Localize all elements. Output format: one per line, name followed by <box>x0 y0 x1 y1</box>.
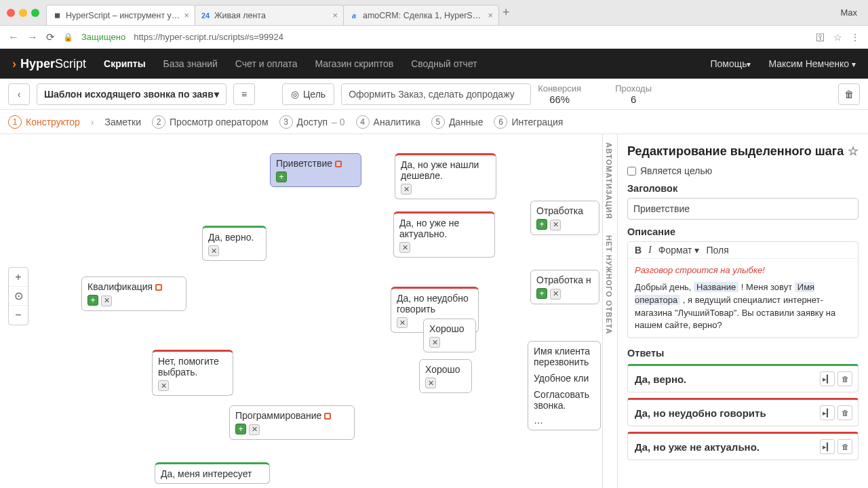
zoom-reset-icon[interactable]: ⊙ <box>9 287 28 306</box>
star-icon[interactable]: ☆ <box>848 144 859 159</box>
remove-icon[interactable]: ✕ <box>429 337 440 348</box>
node-programming[interactable]: Программирование +✕ <box>229 405 355 440</box>
nav-report[interactable]: Сводный отчет <box>411 58 477 69</box>
window-controls[interactable] <box>7 9 39 17</box>
nav-scripts[interactable]: Скрипты <box>104 58 146 69</box>
close-icon[interactable]: × <box>332 10 338 20</box>
hamburger-button[interactable]: ≡ <box>233 83 255 105</box>
remove-icon[interactable]: ✕ <box>101 296 112 306</box>
tab-access[interactable]: 3Доступ – 0 <box>279 115 345 129</box>
back-button[interactable]: ‹ <box>8 83 30 105</box>
target-icon: ◎ <box>291 89 299 100</box>
reload-icon[interactable]: ⟳ <box>46 31 55 43</box>
node-yes-correct[interactable]: Да, верно. ✕ <box>202 226 267 261</box>
node-label: Программирование <box>235 410 321 421</box>
nav-billing[interactable]: Счет и оплата <box>235 58 298 69</box>
node-greeting[interactable]: Приветствие + <box>270 153 361 187</box>
forward-icon[interactable]: → <box>27 31 38 43</box>
template-select[interactable]: Шаблон исходящего звонка по заяв▾ <box>37 83 226 105</box>
answer-row[interactable]: Да, но уже не актуально.▸▎🗑 <box>627 432 859 460</box>
browser-tab[interactable]: ◼HyperScript – инструмент у…× <box>46 5 195 25</box>
rtb-content[interactable]: Разговор строится на улыбке! Добрый день… <box>628 259 858 338</box>
menu-icon[interactable]: ⋮ <box>850 32 860 43</box>
remove-icon[interactable]: ✕ <box>158 380 169 391</box>
canvas[interactable]: + ⊙ − Приветствие + Да, но уже нашли деш… <box>0 134 868 488</box>
remove-icon[interactable]: ✕ <box>399 242 410 253</box>
remove-icon[interactable]: ✕ <box>249 424 260 435</box>
url-text[interactable]: https://hyper-script.ru/scripts#s=99924 <box>134 32 808 42</box>
rich-text-editor[interactable]: B I Формат ▾ Поля Разговор строится на у… <box>627 241 859 338</box>
tab-analytics[interactable]: 4Аналитика <box>356 115 420 129</box>
panel-title: Редактирование выделенного шага☆ <box>627 144 859 159</box>
node-ok1[interactable]: Хорошо ✕ <box>423 319 476 352</box>
node-clip[interactable]: Имя клиента перезвонить Удобное кли Согл… <box>528 341 601 430</box>
move-icon[interactable]: ▸▎ <box>820 439 835 454</box>
remove-icon[interactable]: ✕ <box>550 220 561 230</box>
trash-icon[interactable]: 🗑 <box>837 439 852 454</box>
vtab-automation[interactable]: АВТОМАТИЗАЦИЯ <box>603 134 615 227</box>
move-icon[interactable]: ▸▎ <box>820 405 835 420</box>
node-rebuttal2[interactable]: Отработка н +✕ <box>530 270 599 304</box>
tab-data[interactable]: 5Данные <box>431 115 484 129</box>
bookmark-icon[interactable]: ☆ <box>833 32 842 43</box>
vertical-tabs[interactable]: АВТОМАТИЗАЦИЯ НЕТ НУЖНОГО ОТВЕТА <box>602 134 617 488</box>
node-help-choose[interactable]: Нет, помогите выбрать. ✕ <box>152 350 233 396</box>
goal-button[interactable]: ◎Цель <box>282 83 334 105</box>
new-tab-button[interactable]: + <box>502 5 510 20</box>
move-icon[interactable]: ▸▎ <box>820 371 835 386</box>
answer-row[interactable]: Да, верно.▸▎🗑 <box>627 364 859 392</box>
node-ok2[interactable]: Хорошо ✕ <box>419 359 472 393</box>
browser-profile[interactable]: Max <box>840 7 863 18</box>
nav-store[interactable]: Магазин скриптов <box>315 58 393 69</box>
bold-button[interactable]: B <box>635 245 642 256</box>
tab-constructor[interactable]: 1Конструктор <box>8 115 80 129</box>
help-menu[interactable]: Помощь▾ <box>710 58 751 69</box>
key-icon[interactable]: ⚿ <box>816 32 825 43</box>
browser-tab[interactable]: 24Живая лента× <box>195 5 344 25</box>
node-qualification[interactable]: Квалификация +✕ <box>81 277 186 311</box>
format-menu[interactable]: Формат ▾ <box>658 245 700 256</box>
tab-preview[interactable]: 2Просмотр оператором <box>152 115 268 129</box>
lock-icon: 🔒 <box>63 33 73 42</box>
add-icon[interactable]: + <box>536 219 547 230</box>
remove-icon[interactable]: ✕ <box>550 289 561 300</box>
fields-menu[interactable]: Поля <box>706 245 728 256</box>
node-interested[interactable]: Да, меня интересует <box>155 462 270 484</box>
inspector-panel: Редактирование выделенного шага☆ Являетс… <box>617 134 868 488</box>
logo[interactable]: ›HyperScript <box>12 57 86 71</box>
remove-icon[interactable]: ✕ <box>425 378 436 388</box>
user-menu[interactable]: Максим Немченко ▾ <box>768 58 856 69</box>
italic-button[interactable]: I <box>648 245 652 256</box>
answer-text: Да, но неудобно говорить <box>635 407 820 419</box>
tab-notes[interactable]: Заметки <box>105 117 142 127</box>
add-icon[interactable]: + <box>235 424 246 434</box>
node-not-relevant[interactable]: Да, но уже не актуально. ✕ <box>393 211 495 258</box>
close-icon[interactable]: × <box>184 10 189 20</box>
add-icon[interactable]: + <box>536 288 547 299</box>
merge-tag[interactable]: Название <box>694 282 738 292</box>
answer-text: Да, но уже не актуально. <box>635 441 820 453</box>
browser-tab[interactable]: aamoCRM: Сделка 1, HyperSc…× <box>343 5 499 25</box>
remove-icon[interactable]: ✕ <box>208 245 219 256</box>
nav-kb[interactable]: База знаний <box>163 58 218 69</box>
remove-icon[interactable]: ✕ <box>401 184 412 195</box>
answer-row[interactable]: Да, но неудобно говорить▸▎🗑 <box>627 398 859 426</box>
zoom-out-icon[interactable]: − <box>9 306 28 325</box>
delete-button[interactable]: 🗑 <box>838 83 860 105</box>
zoom-controls[interactable]: + ⊙ − <box>8 267 28 325</box>
vtab-no-answer[interactable]: НЕТ НУЖНОГО ОТВЕТА <box>603 227 615 343</box>
node-rebuttal[interactable]: Отработка +✕ <box>530 201 599 235</box>
node-cheaper[interactable]: Да, но уже нашли дешевле. ✕ <box>395 153 496 199</box>
back-icon[interactable]: ← <box>8 31 19 43</box>
trash-icon[interactable]: 🗑 <box>837 405 852 420</box>
trash-icon[interactable]: 🗑 <box>837 371 852 386</box>
tab-integration[interactable]: 6Интеграция <box>494 115 563 129</box>
close-icon[interactable]: × <box>488 10 493 20</box>
add-icon[interactable]: + <box>276 171 287 182</box>
zoom-in-icon[interactable]: + <box>9 268 28 287</box>
heading-input[interactable] <box>627 198 859 220</box>
add-icon[interactable]: + <box>87 295 98 306</box>
is-goal-checkbox[interactable]: Является целью <box>627 165 859 176</box>
remove-icon[interactable]: ✕ <box>397 317 408 328</box>
goal-input[interactable]: Оформить Заказ, сделать допродажу <box>341 83 531 105</box>
